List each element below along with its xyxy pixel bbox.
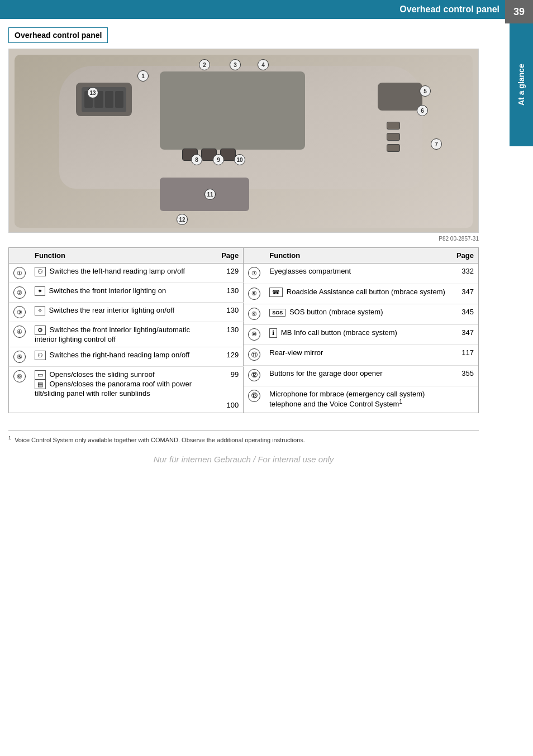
callout-5: 5 [420,85,431,97]
row-page: 345 [452,304,478,325]
row-function: ⚇ Switches the right-hand reading lamp o… [30,347,217,367]
sos-icon: SOS [269,309,285,317]
row-page: 347 [452,284,478,304]
table-row: ⑧ ☎ Roadside Assistance call button (mbr… [244,284,478,304]
row-page: 99 100 [217,367,244,413]
right-col-function: Function [265,248,452,264]
callout-9: 9 [213,154,224,165]
row-number: ⑤ [13,351,26,363]
info-icon: ℹ [269,328,277,338]
left-lamp [76,83,132,116]
table-row: ⑩ ℹ MB Info call button (mbrace system) … [244,324,478,345]
right-col-num [244,248,265,264]
auto-light-icon: ⚙ [35,326,46,335]
row-page: 332 [452,264,478,284]
table-row: ④ ⚙ Switches the front interior lighting… [9,322,244,347]
callout-4: 4 [258,59,269,70]
row-function: ▭ Opens/closes the sliding sunroof ▤ Ope… [30,367,217,413]
left-col-num [9,248,30,264]
panel-visual: 1 2 3 4 5 6 7 8 9 10 11 12 13 [15,55,473,228]
callout-8: 8 [191,154,202,165]
callout-12: 12 [177,214,188,225]
footnote-text: Voice Control System only available toge… [15,437,305,443]
row-function: Buttons for the garage door opener [265,365,452,386]
row-function: ☎ Roadside Assistance call button (mbrac… [265,284,452,304]
row-page: 347 [452,324,478,345]
table-row: ⑫ Buttons for the garage door opener 355 [244,365,478,386]
callout-11: 11 [204,189,216,200]
row-page: 130 [217,283,244,303]
main-content: Overhead control panel [0,19,510,486]
panorama-icon: ▤ [35,380,46,389]
tables-wrapper: Function Page ① ⚇ Switches the left-hand… [8,247,479,413]
side-tab: At a glance [510,23,533,146]
right-lamp [378,83,422,111]
photo-credit: P82 00-2857-31 [8,236,479,242]
callout-6: 6 [417,105,428,116]
table-row: ⑤ ⚇ Switches the right-hand reading lamp… [9,347,244,367]
right-table: Function Page ⑦ Eyeglasses compartment 3… [244,248,478,413]
footnote-number: 1 [8,435,11,441]
sunroof-icon: ▭ [35,370,46,380]
row-number: ③ [13,306,26,318]
row-page: 355 [452,365,478,386]
row-function: ℹ MB Info call button (mbrace system) [265,324,452,345]
row-number: ② [13,286,26,299]
table-row: ③ ✧ Switches the rear interior lighting … [9,303,244,322]
row-number: ⑩ [248,328,260,341]
footnote: 1 Voice Control System only available to… [8,430,479,443]
row-page: 130 [217,303,244,322]
row-number: ⑨ [248,308,260,320]
table-row: ① ⚇ Switches the left-hand reading lamp … [9,264,244,283]
row-function: Microphone for mbrace (emergency call sy… [265,386,452,413]
row-page: 130 [217,322,244,347]
callout-2: 2 [199,59,210,70]
section-title: Overhead control panel [8,27,108,43]
callout-13: 13 [87,87,98,98]
controls [182,149,236,161]
callout-7: 7 [431,138,442,150]
row-number: ⑫ [248,369,260,381]
callout-3: 3 [230,59,241,70]
table-row: ⑨ SOS SOS button (mbrace system) 345 [244,304,478,325]
callout-1: 1 [137,70,149,82]
left-col-function: Function [30,248,217,264]
header-title: Overhead control panel [399,4,499,14]
interior-light-icon: ✦ [35,286,45,296]
row-function: ✦ Switches the front interior lighting o… [30,283,217,303]
page-number: 39 [505,0,533,23]
table-row: ⑬ Microphone for mbrace (emergency call … [244,386,478,413]
table-row: ⑥ ▭ Opens/closes the sliding sunroof ▤ O… [9,367,244,413]
callout-10: 10 [234,154,245,165]
row-function: ⚙ Switches the front interior lighting/a… [30,322,217,347]
row-number: ⑪ [248,348,260,361]
row-function: Rear-view mirror [265,345,452,366]
diagram: 1 2 3 4 5 6 7 8 9 10 11 12 13 [8,49,479,233]
row-page: 129 [217,347,244,367]
row-number: ⑦ [248,267,260,279]
row-number: ① [13,267,26,279]
row-function: ✧ Switches the rear interior lighting on… [30,303,217,322]
rear-light-icon: ✧ [35,306,45,315]
row-function: SOS SOS button (mbrace system) [265,304,452,325]
row-number: ⑬ [248,390,260,402]
page-header: Overhead control panel [0,0,533,19]
left-table: Function Page ① ⚇ Switches the left-hand… [9,248,244,413]
right-col-page: Page [452,248,478,264]
right-lamp-icon: ⚇ [35,351,46,360]
row-function: Eyeglasses compartment [265,264,452,284]
row-page [452,386,478,413]
table-row: ⑦ Eyeglasses compartment 332 [244,264,478,284]
watermark: Nur für internen Gebrauch / For internal… [8,454,479,475]
row-number: ④ [13,326,26,338]
sos-buttons [387,122,400,152]
lamp-icon: ⚇ [35,267,46,276]
row-page: 129 [217,264,244,283]
row-number: ⑥ [13,370,26,382]
row-page: 117 [452,345,478,366]
row-number: ⑧ [248,288,260,300]
table-row: ⑪ Rear-view mirror 117 [244,345,478,366]
table-row: ② ✦ Switches the front interior lighting… [9,283,244,303]
roadside-icon: ☎ [269,288,283,297]
left-col-page: Page [217,248,244,264]
